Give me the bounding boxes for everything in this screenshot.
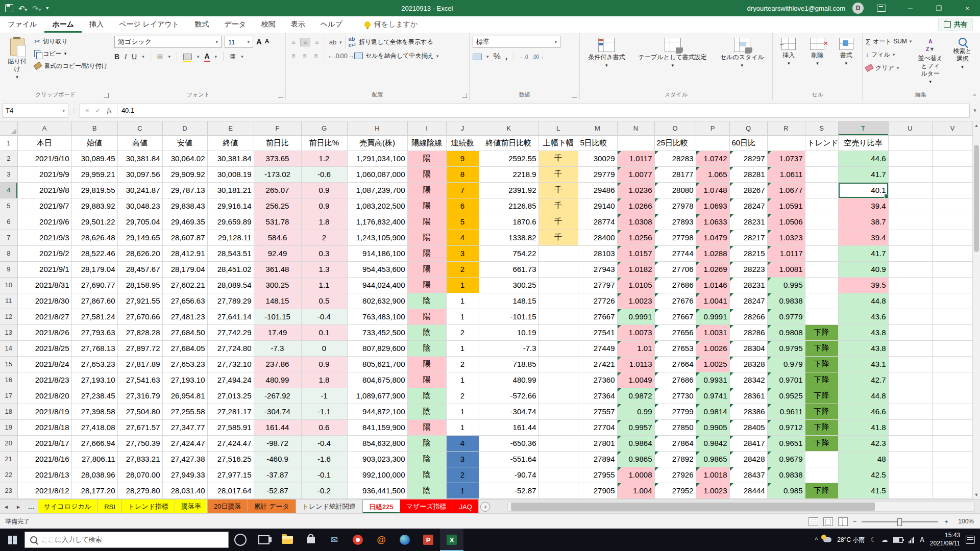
cell-G22[interactable]: -0.1	[301, 467, 347, 483]
column-header-U[interactable]: U	[888, 121, 932, 135]
cell-D14[interactable]: 27,684.05	[162, 340, 207, 356]
cell-I12[interactable]: 陽	[407, 309, 446, 324]
cell-T21[interactable]: 48	[838, 451, 888, 467]
cell-B9[interactable]: 28,179.04	[71, 261, 117, 277]
cell-P11[interactable]: 1.0041	[696, 293, 729, 309]
cell-U9[interactable]	[888, 261, 932, 277]
store-button[interactable]	[299, 529, 323, 551]
cell-I18[interactable]: 陰	[407, 404, 446, 419]
cell-Q19[interactable]: 28405	[729, 419, 767, 435]
cell-L4[interactable]: 千	[538, 182, 578, 198]
cell-M20[interactable]: 27801	[578, 435, 617, 451]
zoom-slider-thumb[interactable]	[897, 518, 902, 526]
cell-C22[interactable]: 28,070.00	[117, 467, 162, 483]
cell-G16[interactable]: 1.8	[301, 372, 347, 388]
cell-U10[interactable]	[888, 277, 932, 293]
cell-V3[interactable]	[932, 166, 973, 182]
cell-M4[interactable]: 29486	[578, 182, 617, 198]
cell-T22[interactable]: 42.5	[838, 467, 888, 483]
ribbon-display-options-button[interactable]	[871, 0, 892, 16]
cell-V19[interactable]	[932, 419, 973, 435]
cell-O8[interactable]: 27744	[654, 245, 696, 261]
cell-A8[interactable]: 2021/9/2	[17, 245, 71, 261]
file-explorer-button[interactable]	[276, 529, 299, 551]
cell-E13[interactable]: 27,742.29	[207, 324, 254, 340]
cell-O5[interactable]: 27978	[654, 198, 696, 214]
field-header-D[interactable]: 安値	[162, 135, 207, 151]
cell-N20[interactable]: 0.9864	[617, 435, 654, 451]
cell-K2[interactable]: 2592.55	[479, 151, 538, 166]
cell-A10[interactable]: 2021/8/31	[17, 277, 71, 293]
decrease-decimal-button[interactable]: .00→	[532, 54, 544, 60]
cortana-button[interactable]	[229, 529, 252, 551]
cell-J19[interactable]: 1	[446, 419, 479, 435]
cell-L8[interactable]	[538, 245, 578, 261]
maximize-button[interactable]: ❐	[928, 0, 949, 16]
cell-E5[interactable]: 29,916.14	[207, 198, 254, 214]
cell-G3[interactable]: -0.6	[301, 166, 347, 182]
cell-J7[interactable]: 4	[446, 230, 479, 245]
cell-L11[interactable]	[538, 293, 578, 309]
field-header-N[interactable]	[617, 135, 654, 151]
new-sheet-button[interactable]: ＋	[479, 499, 492, 514]
cell-F16[interactable]: 480.99	[254, 372, 301, 388]
cell-P9[interactable]: 1.0269	[696, 261, 729, 277]
cell-A15[interactable]: 2021/8/24	[17, 356, 71, 372]
cell-N13[interactable]: 1.0073	[617, 324, 654, 340]
fill-button[interactable]: ↓フィル▾	[866, 49, 912, 60]
cell-P12[interactable]: 0.9991	[696, 309, 729, 324]
zoom-in-icon[interactable]: ＋	[943, 517, 949, 526]
cell-D22[interactable]: 27,949.33	[162, 467, 207, 483]
field-header-B[interactable]: 始値	[71, 135, 117, 151]
cell-S16[interactable]: 下降	[805, 372, 838, 388]
zoom-slider[interactable]	[862, 521, 938, 522]
cell-S20[interactable]: 下降	[805, 435, 838, 451]
sheet-tab-3[interactable]: 騰落率	[175, 499, 208, 514]
cell-I15[interactable]: 陽	[407, 356, 446, 372]
cell-L10[interactable]	[538, 277, 578, 293]
cell-A21[interactable]: 2021/8/16	[17, 451, 71, 467]
cell-T8[interactable]: 41.7	[838, 245, 888, 261]
cell-D20[interactable]: 27,424.47	[162, 435, 207, 451]
row-header-9[interactable]: 9	[0, 261, 17, 277]
cell-Q16[interactable]: 28342	[729, 372, 767, 388]
cell-B2[interactable]: 30,089.45	[71, 151, 117, 166]
cell-D15[interactable]: 27,653.23	[162, 356, 207, 372]
column-header-K[interactable]: K	[479, 121, 538, 135]
field-header-J[interactable]: 連続数	[446, 135, 479, 151]
cell-A5[interactable]: 2021/9/7	[17, 198, 71, 214]
row-header-12[interactable]: 12	[0, 309, 17, 324]
cell-H21[interactable]: 903,023,300	[347, 451, 407, 467]
number-format-select[interactable]: 標準▾	[473, 36, 560, 48]
cell-C16[interactable]: 27,541.63	[117, 372, 162, 388]
cell-D3[interactable]: 29,909.92	[162, 166, 207, 182]
cell-B14[interactable]: 27,768.13	[71, 340, 117, 356]
cell-G8[interactable]: 0.3	[301, 245, 347, 261]
cell-D13[interactable]: 27,684.50	[162, 324, 207, 340]
cell-H12[interactable]: 763,483,100	[347, 309, 407, 324]
cell-H5[interactable]: 1,083,202,500	[347, 198, 407, 214]
cell-K4[interactable]: 2391.92	[479, 182, 538, 198]
cell-G11[interactable]: 0.5	[301, 293, 347, 309]
column-header-P[interactable]: P	[696, 121, 729, 135]
cell-O23[interactable]: 27952	[654, 483, 696, 498]
cell-D12[interactable]: 27,481.23	[162, 309, 207, 324]
column-header-G[interactable]: G	[301, 121, 347, 135]
cell-J21[interactable]: 3	[446, 451, 479, 467]
cell-Q17[interactable]: 28361	[729, 388, 767, 404]
cell-C8[interactable]: 28,626.20	[117, 245, 162, 261]
cell-R18[interactable]: 0.9611	[767, 404, 805, 419]
cell-H14[interactable]: 807,829,600	[347, 340, 407, 356]
cell-G21[interactable]: -1.6	[301, 451, 347, 467]
cell-L9[interactable]	[538, 261, 578, 277]
bold-button[interactable]: B	[114, 53, 119, 61]
cell-U5[interactable]	[888, 198, 932, 214]
cell-K18[interactable]: -304.74	[479, 404, 538, 419]
cell-P18[interactable]: 0.9814	[696, 404, 729, 419]
cell-C21[interactable]: 27,833.21	[117, 451, 162, 467]
cell-I13[interactable]: 陰	[407, 324, 446, 340]
cell-D8[interactable]: 28,412.91	[162, 245, 207, 261]
increase-font-button[interactable]: A	[256, 37, 262, 47]
cell-R23[interactable]: 0.985	[767, 483, 805, 498]
ribbon-tab-2[interactable]: 挿入	[82, 16, 111, 33]
